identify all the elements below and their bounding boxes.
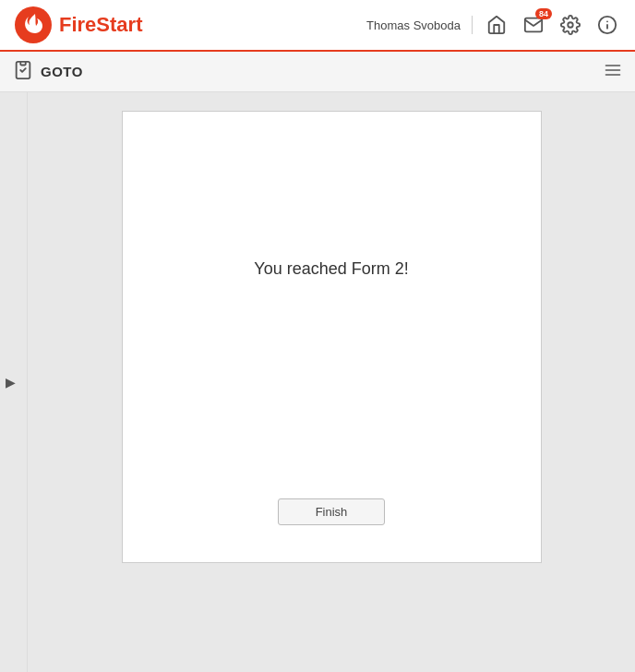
logo-area: FireStart — [15, 6, 142, 43]
breadcrumb-label: GOTO — [41, 64, 83, 79]
subheader: GOTO — [0, 52, 635, 92]
user-name: Thomas Svoboda — [366, 18, 461, 32]
header-divider — [472, 16, 473, 34]
app-header: FireStart Thomas Svoboda 84 — [0, 0, 635, 52]
home-button[interactable] — [484, 12, 509, 38]
form-message: You reached Form 2! — [254, 259, 408, 279]
settings-button[interactable] — [557, 12, 583, 38]
menu-icon-button[interactable] — [604, 61, 622, 83]
svg-rect-6 — [20, 61, 26, 65]
header-right: Thomas Svoboda 84 — [366, 12, 620, 38]
sidebar-toggle-arrow[interactable]: ▶ — [6, 375, 16, 390]
main-layout: ▶ You reached Form 2! Finish — [0, 92, 635, 672]
breadcrumb-area: GOTO — [13, 60, 83, 84]
finish-button[interactable]: Finish — [278, 498, 386, 525]
form-card: You reached Form 2! Finish — [122, 111, 542, 563]
svg-point-1 — [29, 26, 34, 31]
svg-point-2 — [568, 22, 573, 28]
goto-icon — [13, 60, 33, 84]
firestart-logo-icon — [15, 6, 52, 43]
content-area: You reached Form 2! Finish — [28, 92, 635, 672]
logo-text: FireStart — [59, 13, 142, 37]
notification-badge: 84 — [535, 8, 552, 19]
notification-button[interactable]: 84 — [521, 12, 546, 38]
info-button[interactable] — [594, 12, 620, 38]
sidebar: ▶ — [0, 92, 28, 672]
